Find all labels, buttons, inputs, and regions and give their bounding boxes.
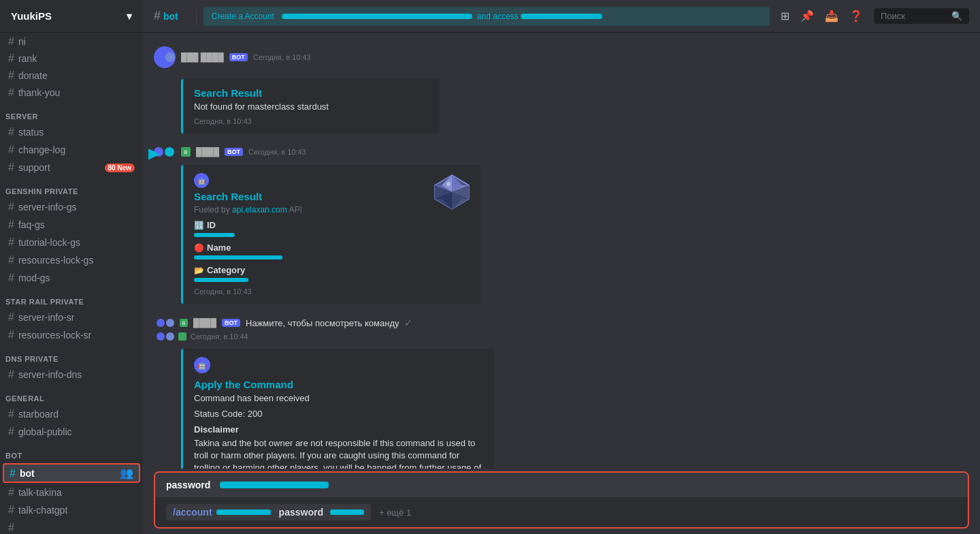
sidebar-item-server-info-dns[interactable]: # server-info-dns [3,366,140,383]
hash-icon: # [8,311,14,324]
timestamp-2: Сегодня, в 10:43 [248,148,306,156]
hash-icon: # [8,408,14,420]
checkmark-icon: ✓ [404,317,412,328]
suggestion-value-bar-1 [330,509,364,515]
scroll-indicator: ▶ [148,145,159,161]
notice-row: B ████ BOT Нажмите, чтобы посмотреть ком… [154,317,969,328]
sidebar-item-tutorial-lock-gs[interactable]: # tutorial-lock-gs [3,234,140,251]
embed-title-1: Search Result [194,87,429,99]
notice-text: Нажмите, чтобы посмотреть команду [246,318,399,328]
section-general: GENERAL [0,383,143,405]
search-box[interactable]: Поиск 🔍 [874,8,969,24]
embed-timestamp-1: Сегодня, в 10:43 [194,117,429,125]
sidebar-item-change-log[interactable]: # change-log [3,142,140,158]
channel-hash-icon: # [154,9,161,23]
topbar-separator [196,8,197,25]
command-input[interactable]: password [155,473,968,497]
messages-area: ███ ████ BOT Сегодня, в 10:43 Search Res… [143,33,980,469]
search-result-embed-1: Search Result Not found for masterclass … [181,79,440,134]
sidebar-item-thank-you[interactable]: # thank-you [3,84,140,101]
gem-icon [431,172,472,213]
topbar-channel: # bot [154,9,178,23]
embed-title-2: Search Result [194,191,426,202]
hash-icon: # [8,504,14,516]
sidebar-item-donate[interactable]: # donate [3,67,140,84]
message-group-2: B ████ BOT Сегодня, в 10:43 [143,144,980,162]
hash-icon: # [8,426,14,438]
sidebar-item-resources-lock-gs[interactable]: # resources-lock-gs [3,252,140,268]
sidebar-item-starboard[interactable]: # starboard [3,406,140,422]
sidebar-item-faq-gs[interactable]: # faq-gs [3,217,140,233]
sidebar-item-server-info-gs[interactable]: # server-info-gs [3,199,140,215]
hash-icon: # [8,126,14,138]
members-icon[interactable]: ⊞ [781,10,789,22]
message-header-1: ███ ████ BOT Сегодня, в 10:43 [154,46,969,68]
hash-icon: # [8,236,14,249]
bot-badge-3: BOT [222,319,240,327]
topbar-channel-name: bot [163,11,178,22]
embed-timestamp-2: Сегодня, в 10:43 [194,287,426,296]
link-bar [282,14,472,19]
plus-more-label: + ещё 1 [379,507,411,518]
hash-icon: # [8,486,14,499]
name-field-label: 🔴 Name [194,242,426,253]
sidebar-item-server-info-sr[interactable]: # server-info-sr [3,309,140,326]
section-starrail: STAR RAIL PRIVATE [0,287,143,309]
hash-icon: # [8,87,14,99]
id-field-label: 🔢 ID [194,220,426,230]
avatar-group-3b [157,332,174,341]
main-content: # bot Create a Account and access ⊞ 📌 📥 … [143,0,980,534]
hash-icon: # [8,368,14,381]
hash-icon: # [8,69,14,82]
name-value-bar [194,255,282,260]
sidebar-item-mod-gs[interactable]: # mod-gs [3,270,140,286]
search-icon: 🔍 [951,11,962,21]
sidebar-item-ni[interactable]: # ni [3,33,140,50]
hash-icon: # [8,254,14,266]
sidebar-item-talk-chatgpt[interactable]: # talk-chatgpt [3,502,140,518]
notification-text: Create a Account [212,12,279,21]
timestamp-row: Сегодня, в 10:44 [154,332,969,341]
apply-embed-desc: Command has been received [194,393,483,403]
embed-group-2: 🤖 Search Result Fueled by api.elaxan.com… [143,165,980,304]
channel-group-top: # ni # rank # donate # thank-you [0,33,143,101]
hash-icon: # [8,161,14,174]
inbox-icon[interactable]: 📥 [825,10,838,22]
suggestion-cmd: /account [173,507,212,518]
sidebar-item-global-public[interactable]: # global-public [3,424,140,440]
category-field-label: 📂 Category [194,265,426,275]
sidebar-item-extra1[interactable]: # [3,520,140,534]
id-value-bar [194,233,235,237]
bot-tag-3b [178,332,186,341]
embed-subtitle-2: Fueled by api.elaxan.com API [194,205,426,215]
sidebar-item-bot[interactable]: # bot 👥 [3,463,140,483]
sidebar-item-talk-takina[interactable]: # talk-takina [3,484,140,501]
server-name: YuukiPS [11,10,52,22]
notification-text2: and access [475,12,521,21]
timestamp-1: Сегодня, в 10:43 [253,53,311,61]
suggestion-item-1[interactable]: /account password [166,504,371,520]
embed-field-name: 🔴 Name [194,242,426,260]
avatar-1 [154,46,176,68]
message-group-3: B ████ BOT Нажмите, чтобы посмотреть ком… [143,315,980,343]
section-bot: BOT [0,441,143,462]
sidebar-item-status[interactable]: # status [3,124,140,140]
command-value-bar [220,482,329,488]
apply-embed-title: Apply the Command [194,379,483,390]
gem-thumbnail [431,172,472,215]
link-bar2 [521,14,602,19]
hash-icon: # [8,144,14,156]
username-1: ███ ████ [181,52,224,62]
hash-icon: # [8,201,14,213]
sidebar-item-resources-lock-sr[interactable]: # resources-lock-sr [3,327,140,343]
name-emoji: 🔴 [194,243,204,253]
embed-header-3: 🤖 [194,357,483,373]
server-header[interactable]: YuukiPS ▾ [0,0,143,33]
help-icon[interactable]: ❓ [849,10,863,22]
add-member-icon[interactable]: 👥 [120,467,133,480]
sidebar-item-support[interactable]: # support 80 New [3,159,140,176]
topbar-icons: ⊞ 📌 📥 ❓ Поиск 🔍 [781,8,969,24]
sidebar-item-rank[interactable]: # rank [3,50,140,67]
pin-icon[interactable]: 📌 [800,10,814,22]
hash-icon: # [8,522,14,534]
